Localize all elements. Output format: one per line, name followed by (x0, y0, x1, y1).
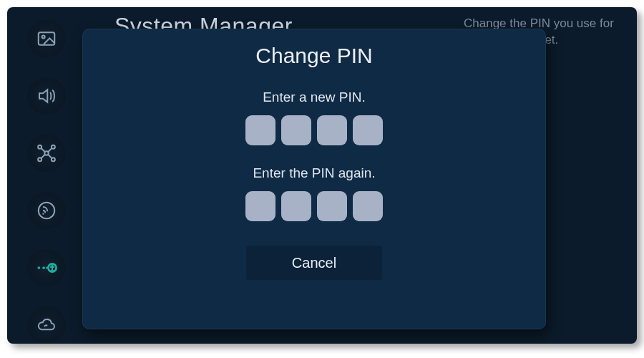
new-pin-digit-4[interactable] (353, 115, 383, 145)
sidebar-item-broadcast[interactable] (27, 192, 66, 229)
dialog-title: Change PIN (255, 44, 372, 68)
confirm-pin-digit-4[interactable] (353, 191, 383, 221)
sidebar-item-cloud[interactable] (27, 306, 66, 344)
svg-point-4 (52, 145, 55, 149)
svg-point-7 (39, 203, 55, 219)
confirm-pin-row (245, 191, 383, 221)
accessibility-icon (35, 256, 58, 279)
svg-point-2 (44, 151, 49, 155)
sound-icon (36, 85, 57, 107)
svg-point-13 (52, 264, 54, 266)
sidebar-item-accessibility[interactable] (27, 249, 66, 286)
picture-icon (36, 28, 57, 49)
settings-sidebar (7, 7, 86, 344)
broadcast-icon (36, 200, 57, 221)
svg-point-9 (37, 266, 40, 269)
svg-point-8 (42, 213, 44, 215)
svg-rect-0 (39, 32, 55, 45)
confirm-pin-digit-1[interactable] (245, 191, 275, 221)
cancel-button-label: Cancel (292, 255, 336, 271)
new-pin-digit-2[interactable] (281, 115, 311, 145)
sidebar-item-picture[interactable] (27, 20, 66, 57)
change-pin-dialog: Change PIN Enter a new PIN. Enter the PI… (82, 29, 546, 329)
cancel-button[interactable]: Cancel (246, 246, 382, 280)
svg-point-10 (42, 266, 45, 269)
cloud-icon (36, 314, 57, 336)
new-pin-row (245, 115, 383, 145)
confirm-pin-prompt: Enter the PIN again. (253, 165, 375, 181)
settings-screen: System Manager Change the PIN you use fo… (7, 7, 637, 344)
new-pin-prompt: Enter a new PIN. (263, 90, 366, 105)
network-icon (36, 142, 57, 164)
confirm-pin-digit-2[interactable] (281, 191, 311, 221)
sidebar-item-network[interactable] (27, 135, 66, 172)
svg-point-1 (42, 36, 45, 39)
new-pin-digit-1[interactable] (245, 115, 275, 145)
confirm-pin-digit-3[interactable] (317, 191, 347, 221)
sidebar-item-sound[interactable] (27, 77, 66, 115)
new-pin-digit-3[interactable] (317, 115, 347, 145)
